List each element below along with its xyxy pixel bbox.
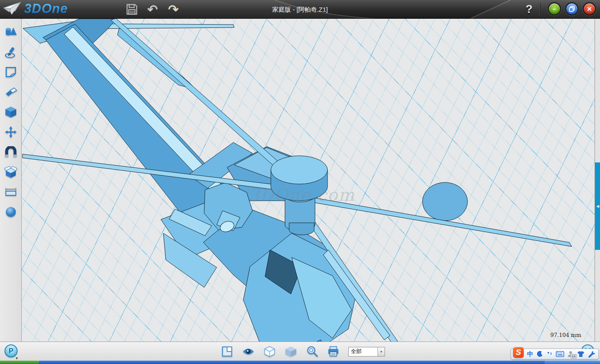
close-icon: ✕: [587, 5, 592, 13]
pattern-menu-button[interactable]: P: [5, 344, 18, 357]
magnet-icon: [5, 146, 17, 158]
sidebar-item-primitives[interactable]: [2, 24, 19, 40]
print-button[interactable]: [327, 345, 340, 358]
ime-punctuation-toggle[interactable]: [547, 351, 552, 357]
sidebar-item-special-feature[interactable]: [2, 164, 19, 180]
taskbar-strip: [0, 361, 600, 364]
ime-toolbar: S 中: [511, 349, 599, 359]
p-menu-caret[interactable]: ▾: [16, 356, 18, 360]
taskbar-start-edge[interactable]: [0, 361, 39, 364]
magnifier-icon: [306, 346, 318, 357]
cube-icon: [5, 106, 17, 118]
ime-toolbox-button[interactable]: [588, 351, 595, 358]
keyboard-icon: [556, 351, 564, 357]
zoom-search-button[interactable]: [306, 345, 318, 358]
dropdown-arrow-icon: ▾: [378, 347, 385, 356]
minimize-button[interactable]: −: [548, 2, 561, 15]
measurement-readout: 97.104 mm: [550, 332, 581, 338]
ime-language-toggle[interactable]: 中: [527, 350, 533, 358]
printer-icon: [328, 346, 339, 357]
app-window: 3DOne ↶ ↷ 家庭版 - [阿帕奇.Z1] ?: [0, 0, 600, 364]
ime-account-badge: 14: [570, 354, 577, 359]
eraser-icon: [4, 86, 18, 98]
taskbar-tray-edge[interactable]: [545, 361, 600, 364]
window-title: 家庭版 - [阿帕奇.Z1]: [0, 0, 600, 19]
close-button[interactable]: ✕: [583, 2, 596, 15]
visibility-button[interactable]: [242, 345, 255, 358]
ime-account-button[interactable]: 14: [568, 351, 574, 357]
ime-keyboard-button[interactable]: [556, 351, 564, 357]
tshirt-icon: [577, 351, 585, 357]
ime-skin-button[interactable]: [577, 351, 585, 357]
restore-icon: [569, 6, 575, 12]
titlebar-separator: [540, 3, 540, 15]
view-pane-button[interactable]: [221, 345, 233, 358]
sidebar-item-move[interactable]: [2, 124, 19, 140]
shaded-display-button[interactable]: [285, 345, 297, 358]
sidebar-item-eraser[interactable]: [2, 84, 19, 100]
p-button-label: P: [9, 347, 13, 355]
punctuation-icon: [547, 351, 552, 357]
view-tools: 全部 ▾: [221, 342, 385, 361]
sphere-icon: [5, 206, 17, 218]
display-filter-dropdown[interactable]: 全部 ▾: [348, 347, 385, 357]
panel-expand-tab[interactable]: ◀: [595, 162, 600, 250]
shaded-cube-icon: [285, 346, 297, 357]
sketch-pen-icon: [5, 46, 17, 58]
maximize-button[interactable]: [565, 2, 578, 15]
tool-sidebar: [0, 19, 22, 342]
titlebar: 3DOne ↶ ↷ 家庭版 - [阿帕奇.Z1] ?: [0, 0, 600, 19]
open-box-icon: [4, 166, 18, 178]
viewport-3d[interactable]: 3DOne.com 97.104 mm: [22, 19, 595, 342]
sogou-logo: S: [516, 348, 521, 357]
caret-down-icon: ▾: [16, 356, 18, 360]
main-area: 3DOne.com 97.104 mm ◀: [0, 19, 600, 342]
ime-fullhalf-toggle[interactable]: [537, 351, 543, 357]
window-controls: − ✕: [548, 2, 596, 15]
view-pane-icon: [222, 346, 232, 357]
sidebar-item-material-render[interactable]: [2, 204, 19, 220]
taskbar-edge[interactable]: [39, 361, 600, 364]
chinese-mode-label: 中: [527, 350, 533, 358]
eye-icon: [242, 347, 255, 356]
sidebar-item-measure[interactable]: [2, 184, 19, 200]
sidebar-item-assembly-constraint[interactable]: [2, 144, 19, 160]
wrench-icon: [588, 351, 595, 358]
chevron-left-icon: ◀: [596, 204, 599, 208]
sidebar-item-sketch[interactable]: [2, 44, 19, 60]
ime-brand-button[interactable]: S: [513, 347, 524, 358]
ruler-icon: [4, 187, 18, 197]
sidebar-item-solid-feature[interactable]: [2, 104, 19, 120]
wireframe-cube-icon: [264, 346, 275, 357]
wireframe-display-button[interactable]: [263, 345, 276, 358]
sketch-plane-icon: [5, 66, 17, 78]
help-button[interactable]: ?: [526, 0, 533, 19]
right-panel-strip: ◀: [595, 19, 600, 342]
filter-selected-value: 全部: [349, 348, 378, 355]
moon-icon: [537, 351, 543, 357]
bottom-toolbar: P ▾: [0, 342, 600, 361]
sidebar-item-sketch-plane[interactable]: [2, 64, 19, 80]
minimize-icon: −: [552, 5, 556, 12]
model-helicopter[interactable]: [22, 19, 595, 342]
move-arrows-icon: [5, 126, 17, 138]
primitives-icon: [4, 26, 18, 38]
